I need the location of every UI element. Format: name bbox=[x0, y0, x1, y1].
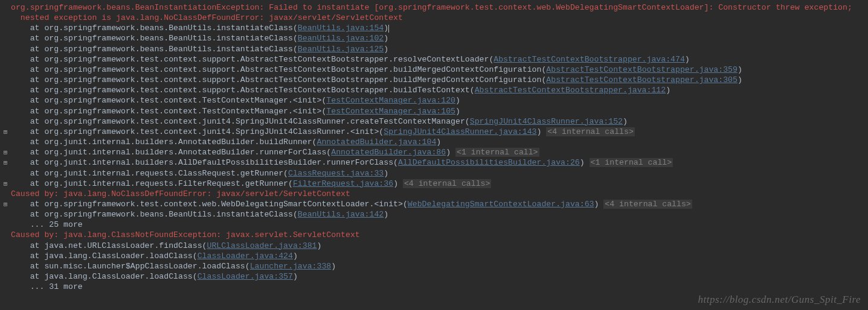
stack-line: at sun.misc.Launcher$AppClassLoader.load… bbox=[0, 261, 868, 271]
internal-calls-fold[interactable]: <4 internal calls> bbox=[546, 127, 634, 136]
trace-text: ) bbox=[384, 169, 388, 178]
expand-icon[interactable] bbox=[0, 159, 11, 167]
stack-line: at org.springframework.test.context.juni… bbox=[0, 127, 868, 137]
source-link[interactable]: BeanUtils.java:154 bbox=[298, 24, 384, 33]
console-output[interactable]: org.springframework.beans.BeanInstantiat… bbox=[0, 0, 868, 292]
trace-text: at org.junit.internal.builders.Annotated… bbox=[11, 138, 317, 147]
stack-line: at java.lang.ClassLoader.loadClass(Class… bbox=[0, 251, 868, 261]
trace-text: ) bbox=[685, 55, 690, 64]
stack-line: at org.springframework.test.context.supp… bbox=[0, 54, 868, 65]
source-link[interactable]: TestContextManager.java:120 bbox=[326, 96, 455, 105]
source-link[interactable]: BeanUtils.java:102 bbox=[298, 34, 384, 43]
source-link[interactable]: AnnotatedBuilder.java:104 bbox=[317, 138, 436, 147]
line-content: ... 31 more bbox=[11, 282, 868, 292]
stack-line: at org.springframework.test.context.Test… bbox=[0, 106, 868, 116]
stack-line: at java.net.URLClassLoader.findClass(URL… bbox=[0, 241, 868, 251]
trace-text: ) bbox=[293, 251, 298, 261]
source-link[interactable]: ClassLoader.java:357 bbox=[198, 272, 293, 281]
trace-text: at org.junit.internal.builders.Annotated… bbox=[11, 148, 331, 157]
line-content: org.springframework.beans.BeanInstantiat… bbox=[11, 2, 868, 13]
internal-calls-fold[interactable]: <4 internal calls> bbox=[403, 179, 491, 188]
source-link[interactable]: AbstractTestContextBootstrapper.java:359 bbox=[546, 65, 738, 74]
source-link[interactable]: URLClassLoader.java:381 bbox=[207, 241, 317, 250]
error-text: Caused by: java.lang.NoClassDefFoundErro… bbox=[11, 189, 350, 198]
trace-text: ) bbox=[384, 45, 388, 54]
trace-text: at java.lang.ClassLoader.loadClass( bbox=[11, 272, 198, 281]
line-content: at org.springframework.beans.BeanUtils.i… bbox=[11, 33, 868, 43]
trace-text: at sun.misc.Launcher$AppClassLoader.load… bbox=[11, 262, 250, 271]
source-link[interactable]: WebDelegatingSmartContextLoader.java:63 bbox=[408, 200, 594, 209]
line-content: at org.springframework.test.context.supp… bbox=[11, 65, 868, 75]
stack-line: Caused by: java.lang.ClassNotFoundExcept… bbox=[0, 230, 868, 240]
stack-line: at org.springframework.test.context.supp… bbox=[0, 75, 868, 85]
trace-text: at org.springframework.test.context.Test… bbox=[11, 107, 326, 116]
source-link[interactable]: ClassLoader.java:424 bbox=[198, 251, 293, 261]
stack-line: at org.junit.internal.builders.AllDefaul… bbox=[0, 157, 868, 168]
internal-calls-fold[interactable]: <1 internal call> bbox=[455, 148, 539, 157]
stack-line: nested exception is java.lang.NoClassDef… bbox=[0, 13, 868, 23]
stack-line: at org.springframework.beans.BeanUtils.i… bbox=[0, 23, 868, 33]
trace-text: ... 31 more bbox=[11, 282, 83, 291]
trace-text: at java.net.URLClassLoader.findClass( bbox=[11, 241, 207, 250]
trace-text: ) bbox=[446, 148, 455, 157]
line-content: Caused by: java.lang.ClassNotFoundExcept… bbox=[11, 230, 868, 240]
trace-text: at org.springframework.test.context.supp… bbox=[11, 55, 493, 64]
trace-text: ) bbox=[317, 241, 322, 250]
source-link[interactable]: ClassRequest.java:33 bbox=[288, 169, 384, 178]
trace-text: ) bbox=[666, 86, 670, 95]
internal-calls-fold[interactable]: <1 internal call> bbox=[590, 158, 674, 167]
expand-icon[interactable] bbox=[0, 148, 11, 157]
trace-text: ) bbox=[384, 34, 388, 43]
line-content: at org.springframework.test.context.juni… bbox=[11, 116, 868, 127]
line-content: at org.springframework.test.context.Test… bbox=[11, 95, 868, 106]
source-link[interactable]: AbstractTestContextBootstrapper.java:474 bbox=[493, 55, 685, 64]
source-link[interactable]: Launcher.java:338 bbox=[250, 262, 332, 271]
trace-text: ... 25 more bbox=[11, 220, 83, 229]
line-content: at org.springframework.beans.BeanUtils.i… bbox=[11, 209, 868, 220]
stack-line: at org.junit.internal.requests.FilterReq… bbox=[0, 179, 868, 189]
trace-text: at org.springframework.beans.BeanUtils.i… bbox=[11, 24, 298, 33]
stack-line: at org.springframework.test.context.web.… bbox=[0, 199, 868, 209]
source-link[interactable]: AllDefaultPossibilitiesBuilder.java:26 bbox=[398, 158, 580, 167]
trace-text: at org.springframework.beans.BeanUtils.i… bbox=[11, 210, 298, 219]
stack-line: at org.springframework.beans.BeanUtils.i… bbox=[0, 33, 868, 43]
source-link[interactable]: AbstractTestContextBootstrapper.java:305 bbox=[546, 75, 738, 84]
internal-calls-fold[interactable]: <4 internal calls> bbox=[603, 200, 692, 209]
line-content: at org.springframework.beans.BeanUtils.i… bbox=[11, 44, 868, 54]
line-content: at org.springframework.test.context.Test… bbox=[11, 106, 868, 116]
trace-text: ) bbox=[455, 107, 460, 116]
trace-text: ) bbox=[393, 179, 403, 188]
error-text: org.springframework.beans.BeanInstantiat… bbox=[11, 3, 852, 12]
source-link[interactable]: SpringJUnit4ClassRunner.java:143 bbox=[384, 127, 536, 136]
trace-text: ) bbox=[594, 200, 604, 209]
trace-text: ) bbox=[436, 138, 441, 147]
source-link[interactable]: AnnotatedBuilder.java:86 bbox=[331, 148, 446, 157]
expand-icon[interactable] bbox=[0, 180, 11, 188]
source-link[interactable]: BeanUtils.java:125 bbox=[298, 45, 384, 54]
stack-line: at org.springframework.beans.BeanUtils.i… bbox=[0, 209, 868, 220]
line-content: at java.net.URLClassLoader.findClass(URL… bbox=[11, 241, 868, 251]
source-link[interactable]: AbstractTestContextBootstrapper.java:112 bbox=[475, 86, 666, 95]
line-content: at org.springframework.test.context.web.… bbox=[11, 199, 868, 209]
line-content: at sun.misc.Launcher$AppClassLoader.load… bbox=[11, 261, 868, 271]
trace-text: at org.springframework.beans.BeanUtils.i… bbox=[11, 45, 298, 54]
expand-icon[interactable] bbox=[0, 128, 11, 136]
trace-text: at org.springframework.test.context.juni… bbox=[11, 117, 470, 126]
trace-text: at org.junit.internal.requests.ClassRequ… bbox=[11, 169, 288, 178]
trace-text: ) bbox=[384, 210, 388, 219]
stack-line: at org.springframework.test.context.supp… bbox=[0, 85, 868, 95]
line-content: at org.junit.internal.builders.AllDefaul… bbox=[11, 157, 868, 168]
source-link[interactable]: SpringJUnit4ClassRunner.java:152 bbox=[470, 117, 623, 126]
source-link[interactable]: BeanUtils.java:142 bbox=[298, 210, 384, 219]
line-content: at org.springframework.test.context.supp… bbox=[11, 85, 868, 95]
source-link[interactable]: TestContextManager.java:105 bbox=[326, 107, 455, 116]
trace-text: ) bbox=[580, 158, 590, 167]
source-link[interactable]: FilterRequest.java:36 bbox=[293, 179, 393, 188]
line-content: at java.lang.ClassLoader.loadClass(Class… bbox=[11, 251, 868, 261]
trace-text: ) bbox=[738, 75, 742, 84]
line-content: at org.springframework.test.context.juni… bbox=[11, 127, 868, 137]
stack-line: at org.junit.internal.builders.Annotated… bbox=[0, 147, 868, 157]
expand-icon[interactable] bbox=[0, 200, 11, 209]
line-content: at org.junit.internal.requests.ClassRequ… bbox=[11, 168, 868, 179]
line-content: at org.springframework.test.context.supp… bbox=[11, 54, 868, 65]
